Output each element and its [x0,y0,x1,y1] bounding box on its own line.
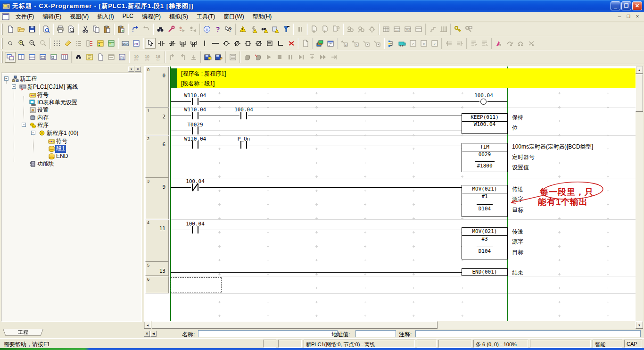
new-button[interactable] [5,24,16,34]
coil-no-button[interactable] [221,38,231,49]
dialog-form-button[interactable] [106,52,116,63]
transfer-to-plc-button[interactable] [309,24,320,34]
instruction-box[interactable]: MOV(021)#3D104 [462,227,508,259]
menu-program[interactable]: 编程(P) [138,11,165,22]
tree-panel-close-button[interactable]: ✕ [135,67,141,72]
contact-no[interactable] [239,112,248,119]
monitor-rack-button[interactable] [438,24,449,34]
save-button[interactable] [26,24,37,34]
tree-item-project[interactable]: 新工程 [12,75,38,83]
ladder-diagram[interactable]: [程序名 : 新程序1][段名称 : 段1]00W110.04100.0412W… [144,66,636,321]
context-help-button[interactable]: ? [223,24,234,34]
address-input[interactable] [355,330,396,337]
frame-3-button[interactable]: ✓ [429,38,440,49]
watch-close-button[interactable]: ✕ [144,331,150,337]
symbol-table-button[interactable] [95,38,106,49]
local-symbols-button[interactable] [106,38,116,49]
rung-margin-cell[interactable]: 12 [145,108,169,135]
vertical-scrollbar[interactable]: ▲ ▼ [636,66,643,329]
tree-item-plc[interactable]: 新PLC1[CJ1M] 离线 [19,83,79,91]
tree-item-section1[interactable]: 段1 [48,145,66,152]
io-table-2-button[interactable]: yyy [391,24,402,34]
copy-button[interactable] [91,24,101,34]
select-arrow-button[interactable] [145,38,156,49]
replace-tool-button[interactable] [165,24,176,34]
contact-no[interactable] [239,141,248,149]
menu-help[interactable]: 帮助(H) [248,11,276,22]
tree-item-symbols-local[interactable]: 符号 [48,137,68,145]
tree-item-io-table[interactable]: IO表和单元设置 [29,99,78,106]
tree-item-memory[interactable]: 内存 [29,114,50,121]
line-connect-button[interactable] [275,38,286,49]
rung-margin-cell[interactable]: 39 [145,178,169,219]
contact-no[interactable] [191,127,199,134]
window-4-button[interactable] [37,52,48,63]
mark-1-button[interactable] [493,38,504,49]
rung-manager-button[interactable] [84,38,95,49]
horizontal-line-button[interactable] [210,38,221,49]
step-next-button[interactable] [296,52,306,63]
hand-1-button[interactable] [241,52,252,63]
instruction-box[interactable]: END(001) [462,268,508,276]
minimize-button[interactable]: _ [611,1,620,10]
menu-tools[interactable]: 工具(T) [192,11,219,22]
window-6-button[interactable] [59,52,70,63]
io-comment-button[interactable] [396,38,407,49]
zoom-fit-button[interactable] [37,38,48,49]
rung-margin-cell[interactable]: 00 [145,67,169,108]
work-online-1-button[interactable] [345,24,355,34]
or-contact-nc-button[interactable] [188,38,199,49]
go-next-button[interactable] [177,52,188,63]
redo-button[interactable] [140,24,151,34]
menu-insert[interactable]: 插入(I) [93,11,118,22]
radix-10-button[interactable]: 10(10) [131,52,141,63]
or-contact-no-button[interactable] [177,38,188,49]
io-table-4-button[interactable]: ::: [413,24,424,34]
undo-button[interactable] [130,24,140,34]
online-edit-key2-button[interactable] [463,24,474,34]
tree-expand-program1[interactable]: − [31,131,35,135]
monitor-step-button[interactable] [427,24,438,34]
menu-file[interactable]: 文件(F) [11,11,38,22]
contact-no[interactable] [191,141,199,149]
find-small-button[interactable] [73,52,84,63]
menu-plc[interactable]: PLC [118,11,138,22]
help-button[interactable]: ? [212,24,223,34]
instruction-box[interactable]: KEEP(011)W100.04 [462,113,508,134]
window-1-button[interactable] [5,52,16,63]
tree-item-function-blocks[interactable]: 功能块 [29,160,55,167]
cut-button[interactable] [80,24,91,34]
print-button[interactable] [55,24,66,34]
rung-margin-cell[interactable]: 411 [145,219,169,262]
coil-nc-button[interactable] [231,38,242,49]
disk-lock-button[interactable] [202,52,213,63]
invoke-block-button[interactable] [264,38,275,49]
mark-4-button[interactable] [526,38,537,49]
tree-expand-project[interactable]: − [4,76,8,81]
mark-2-button[interactable] [504,38,515,49]
contact-no-button[interactable] [156,38,166,49]
insert-row-button[interactable]: Z [339,38,350,49]
transfer-from-plc-button[interactable] [320,24,330,34]
list-down-button[interactable] [479,38,490,49]
instruction-box-nc-button[interactable] [253,38,264,49]
rung-margin-cell[interactable]: 513 [145,262,169,276]
address-reference-button[interactable] [386,38,396,49]
compile-warn-button[interactable] [237,24,248,34]
menu-window[interactable]: 窗口(W) [219,11,248,22]
stop-button[interactable] [274,52,285,63]
list-view-button[interactable] [73,38,84,49]
zoom-in-button[interactable] [16,38,26,49]
find-binoculars-button[interactable] [155,24,165,34]
io-table-3-button[interactable]: 000 [402,24,413,34]
go-prev-button[interactable] [166,52,177,63]
scroll-left-button[interactable]: ◄ [144,321,151,329]
contact-no[interactable] [191,98,199,105]
mdi-close-button[interactable]: ✕ [634,13,641,20]
delete-row-button[interactable]: X [350,38,361,49]
about-info-button[interactable]: i [201,24,212,34]
work-online-2-button[interactable] [355,24,366,34]
watch-prev-button[interactable]: ◄ [150,331,157,337]
tab-project[interactable]: 工程 [3,329,43,336]
instruction-box-button[interactable] [242,38,253,49]
